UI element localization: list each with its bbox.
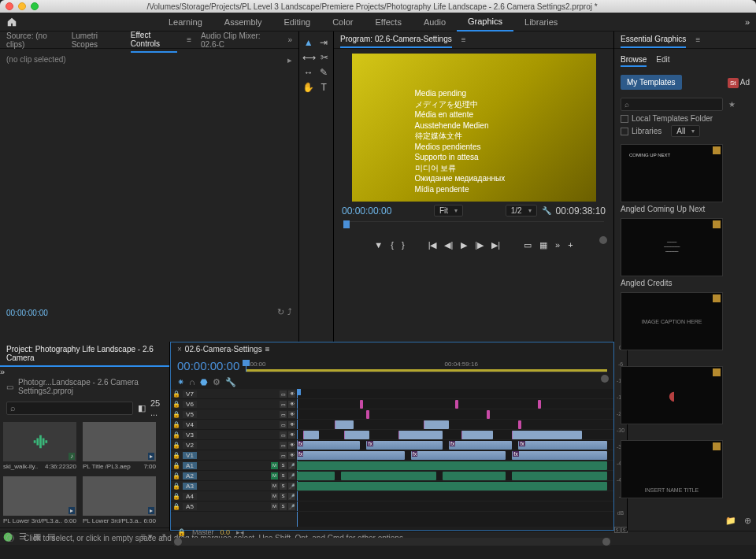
favorite-icon[interactable]: ★ (728, 100, 736, 109)
go-to-in-button[interactable]: |◀ (428, 240, 437, 250)
source-overflow-button[interactable]: » (287, 35, 292, 44)
editable-icon (713, 294, 721, 302)
ws-libraries[interactable]: Libraries (513, 13, 569, 31)
project-item[interactable]: ▸ PL Lower 3rd/PL3.a..6:00 (3, 476, 76, 524)
slip-tool[interactable]: ↔ (302, 66, 315, 79)
my-templates-button[interactable]: My Templates (621, 75, 682, 90)
program-left-timecode[interactable]: 00:00:00:00 (342, 205, 391, 217)
source-loop-icon[interactable]: ↻ (277, 307, 284, 317)
track-a2[interactable]: 🔒A2MS🎤 (171, 471, 297, 481)
source-timecode[interactable]: 00:00:00:00 (6, 309, 48, 317)
panel-menu-icon[interactable]: ≡ (187, 35, 191, 44)
workspace-overflow-button[interactable]: » (745, 17, 750, 27)
timeline-content[interactable] (297, 389, 613, 527)
close-sequence-button[interactable]: × (177, 345, 182, 354)
track-a3[interactable]: 🔒A3MS🎤 (171, 481, 297, 491)
libraries-dropdown[interactable]: All (671, 125, 700, 137)
project-search-input[interactable] (6, 402, 133, 415)
program-ruler[interactable] (343, 221, 604, 235)
project-item[interactable]: ▸ PL Title /PL3.aep7:00 (83, 422, 156, 470)
extract-button[interactable]: ▦ (539, 240, 547, 250)
libraries-checkbox[interactable]: LibrariesAll (621, 125, 750, 137)
track-v2[interactable]: 🔒V2▭👁 (171, 440, 297, 450)
track-a5[interactable]: 🔒A5MS🎤 (171, 502, 297, 512)
track-v4[interactable]: 🔒V4▭👁 (171, 420, 297, 430)
resolution-dropdown[interactable]: 1/2 (506, 205, 537, 217)
settings-icon[interactable]: 🔧 (542, 206, 551, 215)
sequence-menu-icon[interactable]: ≡ (265, 345, 270, 354)
solo-left-button[interactable]: S (614, 527, 621, 533)
tab-project[interactable]: Project: Photography Life Landscape - 2.… (0, 342, 169, 367)
template-search-input[interactable] (621, 98, 723, 111)
source-export-icon[interactable]: ⤴ (287, 307, 292, 317)
ws-graphics[interactable]: Graphics (457, 13, 513, 31)
razor-tool[interactable]: ✂ (318, 51, 330, 64)
marker-icon[interactable]: ⬣ (200, 377, 208, 387)
hand-tool[interactable]: ✋ (302, 81, 315, 94)
project-item[interactable]: ♪ ski_walk-ily..4:36:22320 (3, 422, 76, 470)
db-label: -30 (617, 428, 624, 433)
eg-new-icon[interactable]: ⊕ (744, 516, 751, 526)
snap-icon[interactable]: ⁕ (177, 377, 184, 387)
template-item[interactable]: COMING UP NEXT Angled Coming Up Next (621, 144, 750, 213)
tab-audio-clip-mixer[interactable]: Audio Clip Mixer: 02.6-C (201, 28, 278, 52)
mark-in-button[interactable]: { (391, 240, 394, 250)
local-folder-checkbox[interactable]: Local Templates Folder (621, 114, 750, 123)
go-to-out-button[interactable]: ▶| (491, 240, 500, 250)
tab-program[interactable]: Program: 02.6-Camera-Settings (340, 31, 452, 48)
stock-badge[interactable]: St (728, 78, 739, 88)
type-tool[interactable]: T (318, 81, 331, 94)
eg-panel-menu-icon[interactable]: ≡ (695, 35, 700, 44)
template-item[interactable]: ━━━━━━━━━━━━━━━━━━━━━━━━ Angled Credits (621, 218, 750, 287)
track-v3[interactable]: 🔒V3▭👁 (171, 430, 297, 440)
track-a4[interactable]: 🔒A4MS🎤 (171, 491, 297, 502)
timeline-playhead[interactable] (246, 360, 246, 372)
tool-palette: ▲⇥ ⟷✂ ↔✎ ✋T (299, 31, 334, 342)
in-out-range[interactable] (246, 369, 607, 372)
find-icon[interactable]: ◧ (138, 403, 146, 413)
selection-tool[interactable]: ▲ (302, 36, 315, 49)
track-v1[interactable]: 🔒V1▭👁 (171, 450, 297, 461)
tab-lumetri-scopes[interactable]: Lumetri Scopes (72, 28, 121, 52)
ripple-tool[interactable]: ⟷ (302, 51, 315, 64)
track-v7[interactable]: 🔒V7▭👁 (171, 389, 297, 399)
button-editor-plus[interactable]: + (568, 240, 573, 250)
track-select-tool[interactable]: ⇥ (318, 36, 331, 49)
project-overflow-button[interactable]: » (0, 367, 5, 376)
eg-browse-tab[interactable]: Browse (621, 55, 647, 67)
step-forward-button[interactable]: |▶ (475, 240, 484, 250)
ws-color[interactable]: Color (321, 13, 364, 31)
play-button[interactable]: ▶ (461, 240, 467, 250)
track-v5[interactable]: 🔒V5▭👁 (171, 409, 297, 420)
step-back-button[interactable]: ◀| (444, 240, 453, 250)
eg-edit-tab[interactable]: Edit (656, 55, 669, 67)
export-frame-button[interactable]: » (555, 240, 560, 250)
settings-icon[interactable]: ⚙ (213, 377, 220, 387)
add-marker-button[interactable]: ▼ (374, 240, 383, 250)
program-panel-menu-icon[interactable]: ≡ (461, 35, 466, 44)
program-scroll-handle[interactable] (599, 236, 607, 244)
track-v6[interactable]: 🔒V6▭👁 (171, 399, 297, 409)
timeline-scroll-handle[interactable] (601, 375, 609, 383)
program-monitor[interactable]: Media pending メディアを処理中 Média en attente … (352, 54, 596, 202)
timeline-zoom-bar[interactable] (174, 538, 610, 546)
tab-essential-graphics[interactable]: Essential Graphics (621, 31, 686, 48)
ws-editing[interactable]: Editing (273, 13, 322, 31)
mark-out-button[interactable]: } (402, 240, 405, 250)
track-a1[interactable]: 🔒A1MS🎤 (171, 461, 297, 471)
pen-tool[interactable]: ✎ (318, 66, 331, 79)
fit-dropdown[interactable]: Fit (434, 205, 463, 217)
project-item[interactable]: ▸ PL Lower 3rd/PL3.a..6:00 (83, 476, 156, 524)
linked-selection-icon[interactable]: ∩ (189, 377, 195, 387)
ws-audio[interactable]: Audio (413, 13, 457, 31)
tab-sequence[interactable]: 02.6-Camera-Settings (185, 345, 262, 354)
wrench-icon[interactable]: 🔧 (225, 377, 236, 387)
lift-button[interactable]: ▭ (524, 240, 532, 250)
media-pending-1: メディアを処理中 (415, 99, 587, 110)
eg-folder-icon[interactable]: 📁 (725, 516, 736, 526)
tab-source[interactable]: Source: (no clips) (6, 28, 62, 52)
ws-effects[interactable]: Effects (364, 13, 412, 31)
program-playhead[interactable] (343, 220, 350, 228)
timeline-timecode[interactable]: 00:00:00:00 (177, 359, 239, 372)
effect-toggle-icon[interactable]: ▸ (287, 55, 292, 65)
